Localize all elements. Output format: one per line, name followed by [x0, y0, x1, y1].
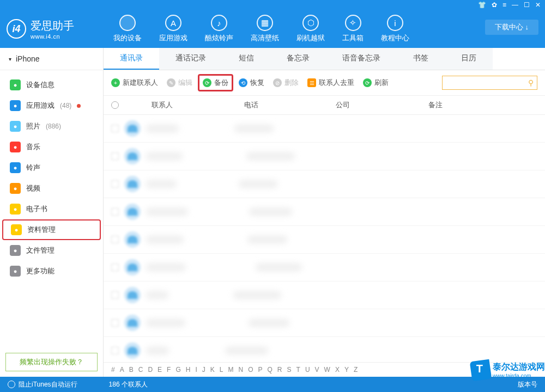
table-row[interactable] — [104, 198, 545, 226]
table-row[interactable] — [104, 226, 545, 254]
alpha-R[interactable]: R — [277, 366, 282, 373]
alpha-V[interactable]: V — [315, 366, 319, 373]
edit-button[interactable]: ✎ 编辑 — [167, 78, 192, 88]
maximize-icon[interactable]: ☐ — [524, 1, 530, 9]
download-center-button[interactable]: 下载中心 ↓ — [485, 20, 538, 35]
avatar-icon — [124, 259, 141, 275]
row-checkbox[interactable] — [111, 319, 119, 327]
search-box[interactable]: ⚲ — [442, 76, 537, 90]
alpha-X[interactable]: X — [335, 366, 340, 373]
table-row[interactable] — [104, 115, 545, 143]
alpha-S[interactable]: S — [287, 366, 292, 373]
alpha-E[interactable]: E — [158, 366, 162, 373]
alpha-A[interactable]: A — [120, 366, 124, 373]
col-phone[interactable]: 电话 — [244, 100, 336, 110]
alpha-Z[interactable]: Z — [354, 366, 358, 373]
new-contact-button[interactable]: + 新建联系人 — [111, 78, 158, 88]
col-company[interactable]: 公司 — [336, 100, 428, 110]
close-icon[interactable]: ✕ — [535, 1, 541, 9]
contact-count: 186 个联系人 — [109, 380, 148, 389]
alpha-H[interactable]: H — [186, 366, 191, 373]
sidebar-item-4[interactable]: ●铃声 — [0, 157, 103, 178]
table-row[interactable] — [104, 309, 545, 337]
sidebar-item-1[interactable]: ●应用游戏(48) — [0, 95, 103, 116]
sidebar-item-6[interactable]: ●电子书 — [0, 199, 103, 219]
alpha-#[interactable]: # — [111, 366, 115, 373]
alpha-K[interactable]: K — [210, 366, 215, 373]
tab-6[interactable]: 日历 — [445, 48, 493, 70]
alpha-F[interactable]: F — [167, 366, 171, 373]
alpha-I[interactable]: I — [195, 366, 197, 373]
table-row[interactable] — [104, 337, 545, 362]
tab-1[interactable]: 通话记录 — [159, 48, 222, 70]
itunes-block-toggle[interactable]: 阻止iTunes自动运行 — [8, 380, 77, 389]
row-checkbox[interactable] — [111, 236, 119, 243]
sidebar-item-8[interactable]: ●文件管理 — [0, 240, 103, 261]
tab-0[interactable]: 通讯录 — [104, 48, 159, 70]
search-input[interactable] — [446, 79, 528, 87]
row-checkbox[interactable] — [111, 125, 119, 132]
window-titlebar: 👕 ✿ ≡ — ☐ ✕ — [0, 0, 545, 10]
table-header: 联系人 电话 公司 备注 — [104, 96, 545, 115]
top-nav-1[interactable]: A应用游戏 — [159, 15, 187, 43]
table-row[interactable] — [104, 170, 545, 198]
tab-5[interactable]: 书签 — [397, 48, 445, 70]
row-checkbox[interactable] — [111, 208, 119, 216]
alpha-M[interactable]: M — [228, 366, 233, 373]
row-checkbox[interactable] — [111, 180, 119, 188]
table-row[interactable] — [104, 254, 545, 281]
tab-4[interactable]: 语音备忘录 — [326, 48, 397, 70]
table-row[interactable] — [104, 143, 545, 170]
skin-icon[interactable]: ≡ — [502, 1, 506, 9]
sidebar-icon: ● — [10, 204, 21, 215]
gear-icon[interactable]: ✿ — [492, 1, 497, 9]
sidebar: iPhone ●设备信息●应用游戏(48)●照片(886)●音乐●铃声●视频●电… — [0, 48, 104, 377]
alpha-D[interactable]: D — [148, 366, 153, 373]
table-row[interactable] — [104, 281, 545, 309]
row-checkbox[interactable] — [111, 347, 119, 354]
sidebar-item-2[interactable]: ●照片(886) — [0, 116, 103, 137]
row-checkbox[interactable] — [111, 291, 119, 299]
top-nav-0[interactable]: 我的设备 — [113, 15, 142, 43]
delete-button[interactable]: ⊘ 删除 — [273, 78, 299, 88]
top-nav-6[interactable]: i教程中心 — [381, 15, 409, 43]
top-nav-2[interactable]: ♪酷炫铃声 — [205, 15, 233, 43]
top-nav-3[interactable]: ▦高清壁纸 — [251, 15, 279, 43]
row-checkbox[interactable] — [111, 152, 119, 160]
device-selector[interactable]: iPhone — [0, 48, 103, 70]
row-checkbox[interactable] — [111, 264, 119, 271]
backup-button[interactable]: ⟳ 备份 — [198, 74, 233, 91]
alpha-Q[interactable]: Q — [268, 366, 272, 373]
alpha-P[interactable]: P — [258, 366, 263, 373]
alpha-T[interactable]: T — [296, 366, 300, 373]
alpha-L[interactable]: L — [220, 366, 223, 373]
restore-button[interactable]: ⟲ 恢复 — [239, 78, 264, 88]
shirt-icon[interactable]: 👕 — [478, 1, 486, 9]
top-nav-4[interactable]: ⬡刷机越狱 — [296, 15, 325, 43]
alpha-U[interactable]: U — [305, 366, 310, 373]
sidebar-item-9[interactable]: ●更多功能 — [0, 261, 103, 281]
col-contact[interactable]: 联系人 — [130, 100, 244, 110]
select-all-checkbox[interactable] — [111, 101, 130, 109]
sidebar-item-0[interactable]: ●设备信息 — [0, 75, 103, 95]
alpha-B[interactable]: B — [129, 366, 134, 373]
alpha-Y[interactable]: Y — [344, 366, 349, 373]
refresh-button[interactable]: ⟳ 刷新 — [363, 78, 389, 88]
alpha-J[interactable]: J — [202, 366, 205, 373]
help-link[interactable]: 频繁出现操作失败？ — [5, 353, 98, 371]
alpha-G[interactable]: G — [175, 366, 180, 373]
sidebar-item-3[interactable]: ●音乐 — [0, 137, 103, 157]
tab-2[interactable]: 短信 — [222, 48, 270, 70]
search-icon[interactable]: ⚲ — [528, 78, 534, 87]
tab-3[interactable]: 备忘录 — [270, 48, 326, 70]
col-note[interactable]: 备注 — [428, 100, 537, 110]
alpha-N[interactable]: N — [238, 366, 243, 373]
dedup-button[interactable]: ☰ 联系人去重 — [307, 78, 354, 88]
alpha-C[interactable]: C — [138, 366, 143, 373]
minimize-icon[interactable]: — — [512, 1, 518, 9]
sidebar-item-7[interactable]: ●资料管理 — [2, 219, 101, 240]
sidebar-item-5[interactable]: ●视频 — [0, 178, 103, 199]
top-nav-5[interactable]: ✧工具箱 — [342, 15, 364, 43]
alpha-W[interactable]: W — [324, 366, 330, 373]
alpha-O[interactable]: O — [248, 366, 253, 373]
